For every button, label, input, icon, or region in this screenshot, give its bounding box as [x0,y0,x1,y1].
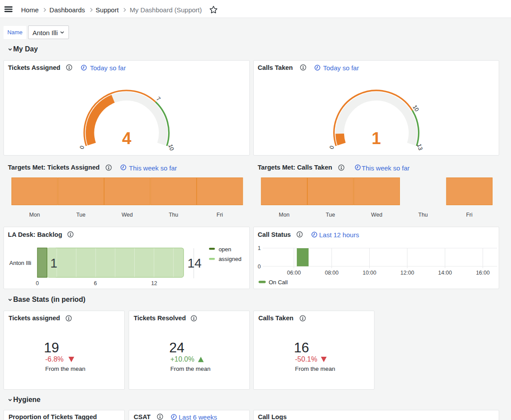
svg-text:13: 13 [416,143,424,151]
svg-text:1: 1 [371,129,381,148]
svg-text:0: 0 [328,145,335,150]
svg-text:7: 7 [155,95,162,102]
svg-text:14: 14 [187,256,202,270]
svg-text:10: 10 [167,143,176,151]
svg-text:4: 4 [122,129,131,148]
svg-text:1: 1 [50,256,58,270]
svg-text:0: 0 [78,145,86,150]
